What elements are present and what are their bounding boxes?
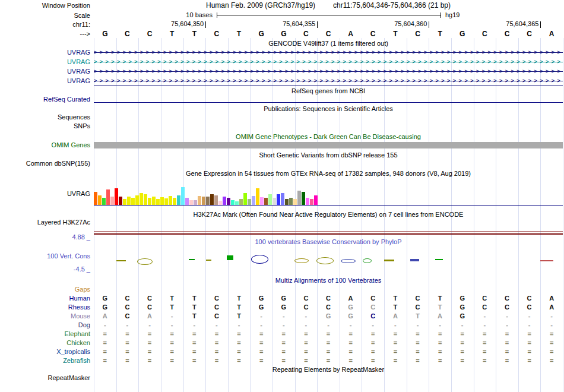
multiz-base: C (326, 303, 331, 311)
multiz-species-label-zebrafish[interactable]: Zebrafish (0, 356, 90, 365)
multiz-base: = (505, 330, 509, 338)
multiz-species-label-dog[interactable]: Dog (0, 321, 90, 329)
multiz-base: C (505, 294, 509, 302)
multiz-species-label-human[interactable]: Human (0, 294, 90, 302)
h3k27ac-label[interactable]: Layered H3K27Ac (0, 218, 90, 226)
gencode-item-label[interactable]: UVRAG (0, 77, 90, 85)
dbsnp-track-title[interactable]: Short Genetic Variants from dbSNP releas… (94, 151, 563, 159)
publications-track-title[interactable]: Publications: Sequences in Scientific Ar… (94, 105, 563, 113)
multiz-species-label-x_tropicalis[interactable]: X_tropicalis (0, 347, 90, 356)
multiz-species-label-rhesus[interactable]: Rhesus (0, 303, 90, 311)
gtex-bar (206, 197, 210, 205)
multiz-base: = (282, 347, 286, 356)
gencode-track-title[interactable]: GENCODE V49lift37 (1 items filtered out) (94, 39, 563, 48)
multiz-base: = (259, 347, 263, 356)
multiz-base: C (527, 294, 532, 302)
refseq-track-title[interactable]: RefSeq genes from NCBI (94, 87, 563, 95)
omim-gene-bar[interactable] (94, 142, 563, 148)
base-letter: A (348, 30, 353, 38)
gtex-bar (98, 195, 102, 205)
gtex-bar (140, 193, 143, 205)
gtex-bar (94, 192, 97, 205)
h3k27ac-thick-line (94, 233, 563, 235)
multiz-base: = (416, 347, 419, 356)
multiz-base: - (483, 321, 486, 329)
multiz-base: = (505, 339, 509, 347)
multiz-base: = (483, 347, 486, 356)
gencode-transcript[interactable]: >>>>>>>>>>>>>>>>>>>>>>>>>>>>>>>>>>>>>>>>… (94, 77, 563, 86)
multiz-base: = (237, 356, 240, 365)
multiz-species-label-mouse[interactable]: Mouse (0, 312, 90, 320)
gtex-bar (281, 193, 284, 205)
gtex-bar (127, 197, 131, 205)
gtex-gene-label[interactable]: UVRAG (0, 189, 90, 198)
scale-value: 10 bases (94, 11, 213, 19)
dbsnp-label[interactable]: Common dbSNP(155) (0, 159, 90, 167)
conservation-label[interactable]: 100 Vert. Cons (0, 252, 90, 260)
gtex-bar (314, 195, 318, 205)
multiz-base: - (461, 321, 464, 329)
h3k27ac-track-title[interactable]: H3K27Ac Mark (Often Found Near Active Re… (94, 210, 563, 219)
multiz-base: - (260, 312, 262, 320)
multiz-base: - (417, 321, 419, 329)
repeatmasker-track-title[interactable]: Repeating Elements by RepeatMasker (94, 365, 563, 374)
conservation-track-title[interactable]: 100 vertebrates Basewise Conservation by… (94, 238, 563, 246)
multiz-base: C (482, 294, 487, 302)
multiz-base: C (303, 303, 308, 311)
base-letter: G (460, 30, 465, 38)
scale-label: Scale (0, 11, 90, 20)
multiz-base: = (527, 330, 531, 338)
multiz-base: = (304, 339, 308, 347)
grid-line (563, 38, 563, 392)
multiz-base: - (171, 312, 173, 320)
multiz-base: - (305, 321, 308, 329)
base-letter: T (192, 30, 197, 38)
multiz-track-title[interactable]: Multiz Alignments of 100 Vertebrates (94, 276, 563, 284)
base-letter: C (125, 30, 130, 38)
refseq-curated-label[interactable]: RefSeq Curated (0, 95, 90, 103)
multiz-base: C (214, 294, 219, 302)
snps-label[interactable]: SNPs (0, 122, 90, 130)
multiz-base: A (393, 312, 398, 320)
multiz-base: T (192, 294, 197, 302)
multiz-base: = (125, 330, 129, 338)
gencode-transcript[interactable]: >>>>>>>>>>>>>>>>>>>>>>>>>>>>>>>>>>>>>>>>… (94, 48, 563, 57)
conservation-mark (294, 258, 309, 263)
base-letter: T (170, 30, 174, 38)
gencode-item-label[interactable]: UVRAG (0, 48, 90, 56)
transcript-arrows: >>>>>>>>>>>>>>>>>>>>>>>>>>>>>>>>>>>>>>>>… (94, 48, 563, 57)
repeatmasker-label[interactable]: RepeatMasker (0, 374, 90, 382)
gtex-bar (285, 199, 289, 205)
gencode-transcript[interactable]: >>>>>>>>>>>>>>>>>>>>>>>>>>>>>>>>>>>>>>>>… (94, 67, 563, 76)
sequences-label[interactable]: Sequences (0, 113, 90, 121)
multiz-species-label-elephant[interactable]: Elephant (0, 330, 90, 338)
multiz-base: = (483, 339, 486, 347)
gencode-item-label[interactable]: UVRAG (0, 58, 90, 66)
omim-genes-label[interactable]: OMIM Genes (0, 141, 90, 149)
base-letter: C (482, 30, 487, 38)
multiz-gaps-label[interactable]: Gaps (0, 285, 90, 293)
refseq-item-line[interactable] (94, 102, 563, 103)
multiz-base: = (103, 339, 107, 347)
gtex-bar (239, 199, 243, 205)
gtex-bar (218, 201, 222, 205)
multiz-base: T (237, 312, 241, 320)
multiz-base: C (482, 303, 487, 311)
multiz-species-label-chicken[interactable]: Chicken (0, 339, 90, 347)
multiz-base: C (125, 312, 129, 320)
multiz-base: - (148, 321, 151, 329)
base-letter: T (237, 30, 241, 38)
omim-track-title[interactable]: OMIM Gene Phenotypes - Dark Green Can Be… (94, 132, 563, 141)
multiz-base: - (528, 321, 531, 329)
gtex-bar (243, 193, 247, 205)
conservation-max-label: 4.88 _ (0, 233, 90, 241)
gencode-dense-line[interactable] (94, 86, 563, 86)
gtex-track-title[interactable]: Gene Expression in 54 tissues from GTEx … (94, 169, 563, 178)
strand-arrow-label[interactable]: ---> (0, 30, 90, 38)
multiz-base: - (483, 312, 486, 320)
multiz-base: = (327, 330, 330, 338)
gencode-item-label[interactable]: UVRAG (0, 67, 90, 75)
gtex-bar (306, 198, 309, 205)
gencode-transcript[interactable]: >>>>>>>>>>>>>>>>>>>>>>>>>>>>>>>>>>>>>>>>… (94, 58, 563, 67)
multiz-base: = (192, 347, 196, 356)
